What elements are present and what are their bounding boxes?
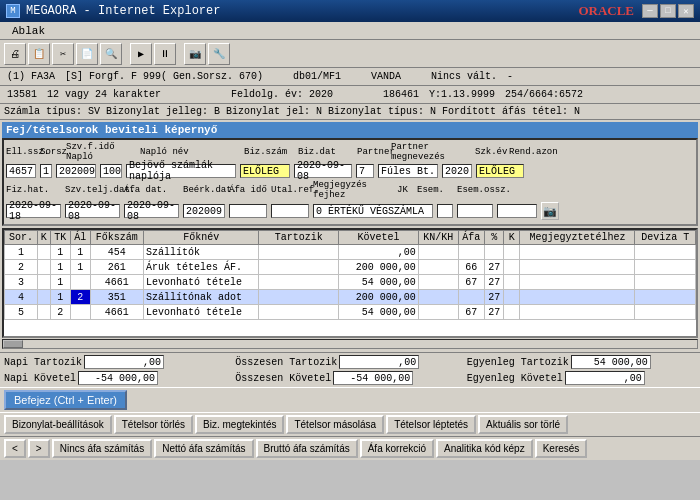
tetelsor-torles-button[interactable]: Tételsor törlés bbox=[114, 415, 193, 434]
status-text: Számla típus: SV Bizonylat jelleg: B Biz… bbox=[4, 106, 580, 117]
table-row[interactable]: 3 1 4661 Levonható tétele 54 000,00 67 2… bbox=[5, 275, 696, 290]
toolbar-btn-5[interactable]: 🔍 bbox=[100, 43, 122, 65]
col-pct: % bbox=[484, 231, 503, 245]
window-title: MEGAORA - Internet Explorer bbox=[26, 4, 220, 18]
afa-korrektio-button[interactable]: Áfa korrekció bbox=[360, 439, 434, 458]
col-kn-kh: KN/KH bbox=[418, 231, 458, 245]
toolbar-btn-8[interactable]: 📷 bbox=[184, 43, 206, 65]
val-napi-kovetil: -54 000,00 bbox=[78, 371, 158, 385]
data-table: Sor. K TK Ál Főkszám Főknév Tartozik Köv… bbox=[4, 230, 696, 320]
netto-afa-button[interactable]: Nettó áfa számítás bbox=[154, 439, 253, 458]
toolbar-btn-6[interactable]: ▶ bbox=[130, 43, 152, 65]
biz-megtekintes-button[interactable]: Biz. megtekintés bbox=[195, 415, 284, 434]
camera-button[interactable]: 📷 bbox=[541, 202, 559, 220]
col-deviza: Deviza T bbox=[635, 231, 696, 245]
lbl-napi-tartozik: Napi Tartozik bbox=[4, 357, 82, 368]
input-megjegyzes[interactable]: 0 ÉRTÉKŰ VÉGSZÁMLA bbox=[313, 204, 433, 218]
input-beerk-dat[interactable]: 202009 bbox=[183, 204, 225, 218]
befejez-button[interactable]: Befejez (Ctrl + Enter) bbox=[4, 390, 127, 410]
lbl-osszesen-kovetil: Összesen Követel bbox=[235, 373, 331, 384]
input-ell-ssz[interactable]: 4657 bbox=[6, 164, 36, 178]
lbl-utal-ref: Utal.ref. bbox=[271, 185, 309, 195]
tetelsor-leptet-button[interactable]: Tételsor léptetés bbox=[386, 415, 476, 434]
bottom-nav: < > Nincs áfa számítás Nettó áfa számítá… bbox=[0, 436, 700, 460]
input-naplo-id[interactable]: 202009 bbox=[56, 164, 96, 178]
col-k: K bbox=[38, 231, 51, 245]
lbl-szv-telj: Szv.telj.dat. bbox=[65, 185, 120, 195]
menu-bar: Ablak bbox=[0, 22, 700, 40]
lbl-sorsz: Sorsz. bbox=[40, 147, 62, 157]
lbl-beerk-dat: Beérk.dat. bbox=[183, 185, 225, 195]
input-partner-nev[interactable]: Fúles Bt. bbox=[378, 164, 438, 178]
col-k2: K bbox=[504, 231, 520, 245]
lbl-biz-dat: Biz.dat bbox=[298, 147, 353, 157]
form-panel: Ell.ssz. Sorsz. Szv.f.idő Napló Napló né… bbox=[2, 138, 698, 226]
info-row-1: (1) FA3A [S] Forgf. F 999( Gen.Sorsz. 67… bbox=[0, 68, 700, 86]
maximize-button[interactable]: □ bbox=[660, 4, 676, 18]
brutto-afa-button[interactable]: Bruttó áfa számítás bbox=[256, 439, 358, 458]
close-button[interactable]: ✕ bbox=[678, 4, 694, 18]
toolbar-btn-4[interactable]: 📄 bbox=[76, 43, 98, 65]
lbl-afa-dat: Áfa dat. bbox=[124, 185, 179, 195]
info2-field6: 254/6664:6572 bbox=[502, 89, 586, 100]
scrollbar-thumb[interactable] bbox=[3, 340, 23, 348]
oracle-logo: ORACLE bbox=[578, 3, 634, 19]
table-row[interactable]: 2 1 1 261 Áruk tételes ÁF. 200 000,00 66… bbox=[5, 260, 696, 275]
input-naplo-kod[interactable]: 100 bbox=[100, 164, 122, 178]
input-naplo-nev[interactable]: Bejövő számlák naplója bbox=[126, 164, 236, 178]
nincs-afa-button[interactable]: Nincs áfa számítás bbox=[52, 439, 152, 458]
table-row[interactable]: 4 1 2 351 Szállítónak adot 200 000,00 27 bbox=[5, 290, 696, 305]
app-icon: M bbox=[6, 4, 20, 18]
lbl-partner-megn: Partner megnevezés bbox=[391, 142, 471, 162]
biz-beallitok-button[interactable]: Bizonylat-beállítások bbox=[4, 415, 112, 434]
section-title: Fej/tételsorok beviteli képernyő bbox=[2, 122, 698, 138]
input-biz-dat[interactable]: 2020-09-08 bbox=[294, 164, 352, 178]
toolbar-btn-3[interactable]: ✂ bbox=[52, 43, 74, 65]
input-esem[interactable] bbox=[457, 204, 493, 218]
input-partner[interactable]: 7 bbox=[356, 164, 374, 178]
main-content: Fej/tételsorok beviteli képernyő Ell.ssz… bbox=[0, 120, 700, 352]
minimize-button[interactable]: ─ bbox=[642, 4, 658, 18]
lbl-biz-szam: Biz.szám bbox=[244, 147, 294, 157]
input-jk[interactable] bbox=[437, 204, 453, 218]
menu-item-ablak[interactable]: Ablak bbox=[4, 25, 53, 37]
table-row[interactable]: 1 1 1 454 Szállítók ,00 bbox=[5, 245, 696, 260]
tetelsor-masolasa-button[interactable]: Tételsor másolása bbox=[286, 415, 384, 434]
toolbar: 🖨 📋 ✂ 📄 🔍 ▶ ⏸ 📷 🔧 bbox=[0, 40, 700, 68]
analitika-button[interactable]: Analitika kód képz bbox=[436, 439, 533, 458]
main-action-bar: Befejez (Ctrl + Enter) bbox=[0, 387, 700, 412]
input-afa-dat[interactable]: 2020-09-08 bbox=[124, 204, 179, 218]
horizontal-scrollbar[interactable] bbox=[2, 339, 698, 349]
col-fokszam: Főkszám bbox=[90, 231, 144, 245]
toolbar-btn-2[interactable]: 📋 bbox=[28, 43, 50, 65]
kereses-button[interactable]: Keresés bbox=[535, 439, 588, 458]
lbl-jk: JK bbox=[397, 185, 413, 195]
nav-prev-button[interactable]: < bbox=[4, 439, 26, 458]
col-fok-nev: Főknév bbox=[144, 231, 259, 245]
nav-next-button[interactable]: > bbox=[28, 439, 50, 458]
input-sorsz[interactable]: 1 bbox=[40, 164, 52, 178]
aktualis-sor-button[interactable]: Aktuális sor törlé bbox=[478, 415, 568, 434]
toolbar-btn-9[interactable]: 🔧 bbox=[208, 43, 230, 65]
info-field2: [S] Forgf. F 999( Gen.Sorsz. 670) bbox=[62, 71, 266, 82]
table-row[interactable]: 5 2 4661 Levonható tétele 54 000,00 67 2… bbox=[5, 305, 696, 320]
toolbar-btn-7[interactable]: ⏸ bbox=[154, 43, 176, 65]
input-szk-ev[interactable]: 2020 bbox=[442, 164, 472, 178]
info2-field2: 12 vagy 24 karakter bbox=[44, 89, 164, 100]
val-egyenleg-kovetil: ,00 bbox=[565, 371, 645, 385]
lbl-naplo-nev: Napló név bbox=[140, 147, 240, 157]
input-utal-ref[interactable] bbox=[271, 204, 309, 218]
toolbar-btn-1[interactable]: 🖨 bbox=[4, 43, 26, 65]
col-tk: TK bbox=[50, 231, 71, 245]
input-esem-ossz[interactable] bbox=[497, 204, 537, 218]
input-rend-azon[interactable]: ELŐLEG bbox=[476, 164, 524, 178]
input-fiz-hat[interactable]: 2020-09-18 bbox=[6, 204, 61, 218]
input-afa-ido[interactable] bbox=[229, 204, 267, 218]
info2-field4: 186461 bbox=[380, 89, 422, 100]
input-biz-szam[interactable]: ELŐLEG bbox=[240, 164, 290, 178]
info-field3: db01/MF1 bbox=[290, 71, 344, 82]
lbl-esem-ossz: Esem.ossz. bbox=[457, 185, 497, 195]
val-osszesen-tartozik: ,00 bbox=[339, 355, 419, 369]
totals-section: Napi Tartozik ,00 Összesen Tartozik ,00 … bbox=[0, 352, 700, 387]
input-szv-telj[interactable]: 2020-09-08 bbox=[65, 204, 120, 218]
